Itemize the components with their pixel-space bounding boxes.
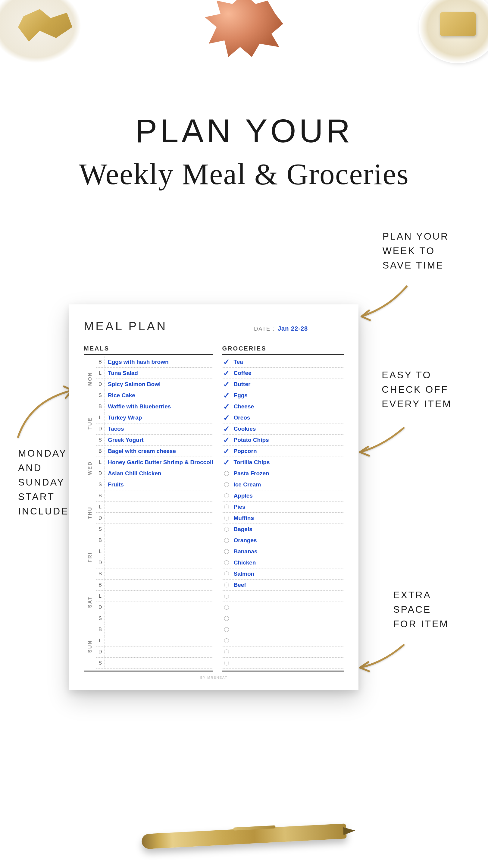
grocery-row[interactable]: Beef <box>222 580 344 591</box>
checkbox-circle-icon[interactable] <box>222 614 231 623</box>
meal-slot-row[interactable]: DAsian Chili Chicken <box>96 468 213 479</box>
checkmark-icon[interactable]: ✓ <box>222 391 231 400</box>
grocery-row[interactable]: ✓Popcorn <box>222 446 344 457</box>
grocery-row[interactable]: ✓Tea <box>222 356 344 368</box>
checkbox-circle-icon[interactable] <box>222 592 231 601</box>
grocery-row[interactable]: Bagels <box>222 524 344 535</box>
grocery-row[interactable]: Muffins <box>222 513 344 524</box>
day-label: THU <box>84 490 96 535</box>
checkbox-circle-icon[interactable] <box>222 625 231 634</box>
grocery-row[interactable]: ✓Coffee <box>222 368 344 379</box>
checkbox-circle-icon[interactable] <box>222 547 231 556</box>
grocery-row[interactable]: Apples <box>222 490 344 501</box>
meal-slot-row[interactable]: S <box>96 568 213 580</box>
meal-slot-row[interactable]: BWaffle with Blueberries <box>96 401 213 412</box>
meal-slot-row[interactable]: DTacos <box>96 424 213 435</box>
grocery-row[interactable] <box>222 624 344 635</box>
meal-slot-row[interactable]: SFruits <box>96 479 213 490</box>
checkmark-icon[interactable]: ✓ <box>222 458 231 467</box>
grocery-row[interactable]: Pies <box>222 501 344 513</box>
checkbox-circle-icon[interactable] <box>222 658 231 668</box>
checkbox-circle-icon[interactable] <box>222 603 231 612</box>
grocery-row[interactable]: ✓Eggs <box>222 390 344 401</box>
meal-slot-key: D <box>96 647 105 657</box>
meal-slot-key: L <box>96 368 105 378</box>
checkmark-icon[interactable]: ✓ <box>222 447 231 456</box>
checkmark-icon[interactable]: ✓ <box>222 369 231 378</box>
grocery-item-name: Bagels <box>231 526 344 532</box>
meal-slot-row[interactable]: L <box>96 501 213 513</box>
grocery-row[interactable]: Pasta Frozen <box>222 468 344 479</box>
date-value[interactable]: Jan 22-28 <box>278 325 344 333</box>
meal-slot-row[interactable]: SGreek Yogurt <box>96 435 213 446</box>
meal-slot-row[interactable]: S <box>96 658 213 669</box>
checkmark-icon[interactable]: ✓ <box>222 413 231 422</box>
checkbox-circle-icon[interactable] <box>222 480 231 489</box>
checkbox-circle-icon[interactable] <box>222 514 231 523</box>
checkbox-circle-icon[interactable] <box>222 469 231 478</box>
meal-slot-value: Fruits <box>105 481 213 488</box>
grocery-row[interactable]: ✓Cookies <box>222 424 344 435</box>
grocery-row[interactable] <box>222 602 344 613</box>
meal-slot-row[interactable]: D <box>96 557 213 568</box>
grocery-row[interactable] <box>222 647 344 658</box>
meal-slot-row[interactable]: LHoney Garlic Butter Shrimp & Broccoli <box>96 457 213 468</box>
checkbox-circle-icon[interactable] <box>222 525 231 534</box>
checkbox-circle-icon[interactable] <box>222 636 231 645</box>
meal-slot-key: B <box>96 490 105 501</box>
meal-slot-row[interactable]: D <box>96 513 213 524</box>
checkbox-circle-icon[interactable] <box>222 581 231 590</box>
meal-slot-row[interactable]: S <box>96 524 213 535</box>
meal-slot-row[interactable]: B <box>96 490 213 501</box>
grocery-item-name: Cheese <box>231 403 344 410</box>
grocery-row[interactable]: Ice Cream <box>222 479 344 490</box>
grocery-row[interactable]: ✓Tortilla Chips <box>222 457 344 468</box>
meals-heading: MEALS <box>84 345 213 352</box>
grocery-row[interactable] <box>222 613 344 624</box>
grocery-row[interactable]: Chicken <box>222 557 344 568</box>
checkmark-icon[interactable]: ✓ <box>222 435 231 444</box>
checkmark-icon[interactable]: ✓ <box>222 424 231 433</box>
meal-slot-row[interactable]: D <box>96 647 213 658</box>
meal-slot-row[interactable]: B <box>96 580 213 591</box>
checkbox-circle-icon[interactable] <box>222 536 231 545</box>
checkmark-icon[interactable]: ✓ <box>222 358 231 367</box>
meal-slot-row[interactable]: BEggs with hash brown <box>96 356 213 368</box>
meal-slot-row[interactable]: B <box>96 535 213 546</box>
meal-slot-row[interactable]: LTuna Salad <box>96 368 213 379</box>
meal-slot-key: L <box>96 591 105 601</box>
grocery-row[interactable]: ✓Oreos <box>222 412 344 424</box>
grocery-row[interactable]: Oranges <box>222 535 344 546</box>
grocery-row[interactable] <box>222 635 344 647</box>
meal-slot-row[interactable]: BBagel with cream cheese <box>96 446 213 457</box>
meal-slot-row[interactable]: B <box>96 624 213 635</box>
checkbox-circle-icon[interactable] <box>222 569 231 578</box>
checkbox-circle-icon[interactable] <box>222 647 231 656</box>
grocery-row[interactable]: ✓Cheese <box>222 401 344 412</box>
grocery-row[interactable]: Salmon <box>222 568 344 580</box>
meals-column: MEALS MONBEggs with hash brownLTuna Sala… <box>84 345 213 672</box>
meal-slot-row[interactable]: DSpicy Salmon Bowl <box>96 379 213 390</box>
meal-slot-key: L <box>96 635 105 646</box>
meal-slot-key: D <box>96 424 105 434</box>
grocery-row[interactable]: ✓Butter <box>222 379 344 390</box>
meal-slot-key: L <box>96 412 105 423</box>
meal-slot-row[interactable]: SRice Cake <box>96 390 213 401</box>
meal-slot-value: Greek Yogurt <box>105 437 213 443</box>
checkmark-icon[interactable]: ✓ <box>222 380 231 389</box>
grocery-row[interactable]: Bananas <box>222 546 344 557</box>
grocery-row[interactable] <box>222 658 344 669</box>
grocery-row[interactable] <box>222 591 344 602</box>
grocery-row[interactable]: ✓Potato Chips <box>222 435 344 446</box>
checkbox-circle-icon[interactable] <box>222 502 231 512</box>
meal-slot-row[interactable]: D <box>96 602 213 613</box>
checkbox-circle-icon[interactable] <box>222 558 231 567</box>
meal-slot-row[interactable]: L <box>96 546 213 557</box>
callout-extra-space: EXTRA SPACE FOR ITEM <box>393 588 449 631</box>
checkbox-circle-icon[interactable] <box>222 491 231 500</box>
meal-slot-row[interactable]: L <box>96 635 213 647</box>
meal-slot-row[interactable]: L <box>96 591 213 602</box>
checkmark-icon[interactable]: ✓ <box>222 402 231 411</box>
meal-slot-row[interactable]: LTurkey Wrap <box>96 412 213 424</box>
meal-slot-row[interactable]: S <box>96 613 213 624</box>
